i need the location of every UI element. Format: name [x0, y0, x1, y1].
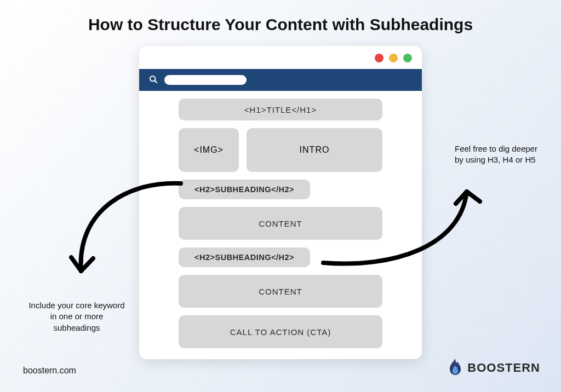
callout-right-text: Feel free to dig deeper by using H3, H4 …: [455, 143, 542, 166]
callout-left-text: Include your core keyword in one or more…: [27, 300, 126, 333]
h1-title-block: <H1>TITLE</H1>: [179, 99, 382, 120]
img-intro-row: <IMG> INTRO: [179, 128, 382, 172]
page-layout: <H1>TITLE</H1> <IMG> INTRO <H2>SUBHEADIN…: [139, 99, 422, 351]
browser-frame: <H1>TITLE</H1> <IMG> INTRO <H2>SUBHEADIN…: [139, 46, 422, 359]
footer-domain: boostern.com: [23, 366, 76, 376]
page-title: How to Structure Your Content with Subhe…: [0, 15, 561, 34]
cta-block: CALL TO ACTION (CTA): [179, 315, 382, 348]
brand-name: BOOSTERN: [467, 361, 540, 375]
svg-line-1: [154, 80, 157, 83]
content-block-2: CONTENT: [179, 275, 382, 308]
intro-block: INTRO: [247, 128, 382, 172]
flame-icon: [448, 358, 463, 378]
brand-logo: BOOSTERN: [448, 358, 540, 378]
search-icon: [149, 75, 158, 85]
content-block-1: CONTENT: [179, 207, 382, 240]
img-block: <IMG>: [179, 128, 239, 172]
window-close-icon: [375, 54, 383, 62]
window-minimize-icon: [389, 54, 398, 62]
window-zoom-icon: [403, 54, 412, 62]
url-bar: [139, 69, 422, 91]
window-controls: [375, 54, 412, 62]
h2-subheading-block-1: <H2>SUBHEADING</H2>: [179, 180, 310, 199]
h2-subheading-block-2: <H2>SUBHEADING</H2>: [179, 247, 310, 267]
url-input: [164, 75, 247, 85]
